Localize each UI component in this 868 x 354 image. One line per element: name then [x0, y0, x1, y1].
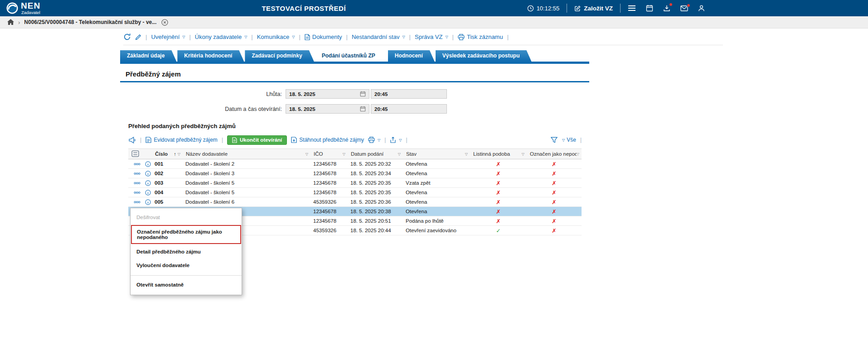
- filter-icon[interactable]: [551, 137, 558, 143]
- pencil-icon[interactable]: [135, 34, 141, 40]
- toolbar-link-nestandardní-stav[interactable]: Nestandardní stav▽: [352, 33, 405, 40]
- chevron-down-icon: ▽: [399, 138, 402, 142]
- menu-item-otevřít-samostatně[interactable]: Otevřít samostatně: [131, 278, 242, 292]
- filter-caret-icon[interactable]: ▽: [522, 152, 524, 156]
- filter-caret-icon[interactable]: ▽: [178, 152, 180, 156]
- tab-základní-údaje[interactable]: Základní údaje: [120, 50, 176, 62]
- megaphone-icon[interactable]: [128, 137, 136, 144]
- table-row[interactable]: 003Dodavatel - školení 51234567818. 5. 2…: [128, 178, 582, 188]
- calendar-icon[interactable]: [646, 5, 653, 12]
- cell-status: Podána po lhůtě: [403, 216, 470, 226]
- tab-hodnocení[interactable]: Hodnocení: [388, 50, 435, 62]
- cell-date: 18. 5. 2025 20:44: [348, 226, 403, 235]
- filter-caret-icon[interactable]: ▽: [305, 152, 308, 156]
- lhuta-date-input[interactable]: 18. 5. 2025: [286, 89, 369, 99]
- home-icon[interactable]: [7, 19, 14, 25]
- toolbar-link-uveřejnění[interactable]: Uveřejnění▽: [151, 33, 185, 40]
- row-info-button[interactable]: [145, 190, 151, 196]
- calendar-icon[interactable]: [360, 91, 366, 97]
- tab-kritéria-hodnocení[interactable]: Kritéria hodnocení: [177, 50, 244, 62]
- cross-icon: ✗: [496, 190, 500, 196]
- export-icon: [390, 137, 396, 143]
- grid-title: Přehled podaných předběžných zájmů: [128, 123, 868, 129]
- separator: |: [406, 137, 407, 143]
- separator: |: [189, 33, 190, 40]
- history-icon[interactable]: [123, 33, 131, 41]
- row-menu-button[interactable]: [131, 189, 143, 196]
- filter-caret-icon[interactable]: ▽: [343, 152, 345, 156]
- separator: |: [507, 33, 509, 40]
- toolbar-link-tisk-záznamu[interactable]: Tisk záznamu: [458, 33, 503, 40]
- table-row[interactable]: 004Dodavatel - školení 51234567818. 5. 2…: [128, 188, 582, 197]
- create-vz-button[interactable]: Založit VZ: [574, 5, 613, 12]
- register-interest-button[interactable]: Evidovat předběžný zájem: [145, 137, 218, 143]
- tab-výsledek-zadávacího-postupu[interactable]: Výsledek zadávacího postupu: [436, 50, 532, 62]
- breadcrumb-record[interactable]: N006/25/V00004748 - Telekomunikační služ…: [24, 19, 156, 25]
- record-toolbar-links: Uveřejnění▽|Úkony zadavatele▽|Komunikace…: [151, 33, 509, 40]
- column-header-datum-podání[interactable]: Datum podání▽: [348, 149, 403, 159]
- column-header-číslo[interactable]: Číslo↑▽: [152, 149, 183, 159]
- tab-underline: [120, 62, 589, 64]
- cell-ico: 12345678: [310, 216, 348, 226]
- cell-number: 004: [152, 188, 183, 197]
- cross-icon: ✗: [552, 209, 556, 215]
- separator: |: [145, 33, 147, 40]
- tab-podání-účastníků-zp[interactable]: Podání účastníků ZP: [315, 50, 387, 62]
- filter-caret-icon[interactable]: ▽: [465, 152, 468, 156]
- row-menu-button[interactable]: [131, 170, 143, 177]
- menu-item-označení-předběžného-zájmu-jako-nepodaného[interactable]: Označení předběžného zájmu jako nepodané…: [131, 225, 241, 244]
- cross-icon: ✗: [552, 171, 556, 177]
- table-row[interactable]: 001Dodavatel - školení 21234567818. 5. 2…: [128, 159, 582, 169]
- chevron-down-icon: ▽: [562, 138, 565, 142]
- column-header-označen-jako-nepodaný[interactable]: Označen jako nepodaný▽: [527, 149, 582, 159]
- hamburger-menu-icon[interactable]: [628, 5, 636, 11]
- flag-cell: ✗: [527, 178, 582, 188]
- cross-icon: ✗: [496, 209, 500, 215]
- print-button[interactable]: ▽: [368, 137, 380, 143]
- toolbar-link-komunikace[interactable]: Komunikace▽: [257, 33, 295, 40]
- tab-zadávací-podmínky[interactable]: Zadávací podmínky: [245, 50, 314, 62]
- cell-status: Otevřena: [403, 197, 470, 207]
- nen-logo[interactable]: NEN Zadavatel: [0, 1, 40, 15]
- row-info-button[interactable]: [145, 199, 151, 205]
- column-header-stav[interactable]: Stav▽: [403, 149, 470, 159]
- filter-caret-icon[interactable]: ▽: [398, 152, 401, 156]
- row-menu-button[interactable]: [131, 198, 143, 206]
- menu-item-vyloučení-dodavatele[interactable]: Vyloučení dodavatele: [131, 258, 242, 272]
- otevirani-date-input[interactable]: 18. 5. 2025: [286, 104, 369, 114]
- toolbar-link-dokumenty[interactable]: Dokumenty: [305, 33, 342, 40]
- row-info-button[interactable]: [145, 180, 151, 186]
- table-row[interactable]: 002Dodavatel - školení 31234567818. 5. 2…: [128, 169, 582, 178]
- row-menu-button[interactable]: [131, 179, 143, 187]
- lhuta-time-input[interactable]: 20:45: [371, 89, 447, 99]
- close-icon[interactable]: [161, 19, 168, 26]
- menu-item-detail-předběžného-zájmu[interactable]: Detail předběžného zájmu: [131, 245, 242, 258]
- column-header-název-dodavatele[interactable]: Název dodavatele▽: [183, 149, 310, 159]
- row-info-button[interactable]: [145, 161, 151, 167]
- grid-settings-icon: [131, 150, 139, 157]
- finish-opening-button[interactable]: Ukončit otevírání: [227, 135, 287, 145]
- export-button[interactable]: ▽: [390, 137, 402, 143]
- calendar-icon[interactable]: [360, 106, 366, 112]
- column-header-ičo[interactable]: IČO▽: [310, 149, 348, 159]
- filter-all-button[interactable]: ▽ Vše: [562, 137, 576, 143]
- row-menu-button[interactable]: [131, 160, 143, 168]
- document-icon: [232, 137, 237, 143]
- download-interests-button[interactable]: Stáhnout předběžné zájmy: [291, 137, 364, 143]
- cell-number: 005: [152, 197, 183, 207]
- separator: |: [452, 33, 454, 40]
- row-info-button[interactable]: [145, 171, 151, 177]
- lhuta-time-value: 20:45: [374, 91, 388, 97]
- cell-number: 003: [152, 178, 183, 188]
- filter-caret-icon[interactable]: ▽: [577, 152, 579, 156]
- otevirani-date-value: 18. 5. 2025: [289, 106, 315, 112]
- toolbar-link-správa-vz[interactable]: Správa VZ▽: [415, 33, 448, 40]
- toolbar-link-úkony-zadavatele[interactable]: Úkony zadavatele▽: [195, 33, 247, 40]
- column-header-listinná-podoba[interactable]: Listinná podoba▽: [470, 149, 527, 159]
- user-icon[interactable]: [698, 5, 705, 12]
- otevirani-time-input[interactable]: 20:45: [371, 104, 447, 114]
- table-row[interactable]: 005Dodavatel - školení 64535932618. 5. 2…: [128, 197, 582, 207]
- column-header-icons[interactable]: [128, 149, 152, 159]
- document-download-icon: [291, 137, 297, 143]
- flag-cell: ✗: [470, 207, 527, 216]
